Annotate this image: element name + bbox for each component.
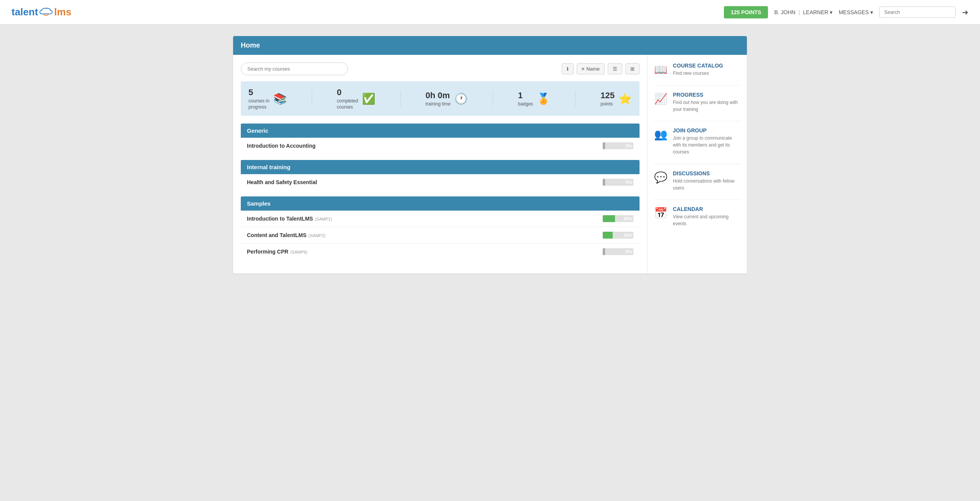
sidebar-item-desc-progress: Find out how you are doing with your tra… bbox=[673, 100, 738, 112]
stat-training-time-label: training time bbox=[426, 101, 451, 107]
sidebar-item-title-calendar: CALENDAR bbox=[673, 206, 741, 212]
sidebar-item-text-course-catalog: COURSE CATALOGFind new courses bbox=[673, 63, 723, 77]
list-view-button[interactable]: ☰ bbox=[608, 63, 622, 74]
stat-badges: 1 badges 🏅 bbox=[518, 91, 550, 107]
logo-cloud-icon bbox=[39, 7, 53, 16]
sidebar-item-course-catalog[interactable]: 📖COURSE CATALOGFind new courses bbox=[654, 63, 741, 77]
course-tag: (SAMP6) bbox=[290, 250, 307, 254]
stat-points: 125 points ⭐ bbox=[600, 91, 632, 107]
star-icon: ⭐ bbox=[618, 92, 632, 105]
progress-bar-fill bbox=[603, 179, 605, 186]
logo: talent lms bbox=[12, 6, 71, 18]
stat-training-time: 0h 0m training time 🕐 bbox=[426, 91, 468, 107]
sidebar-divider bbox=[654, 164, 741, 164]
sidebar-item-title-course-catalog: COURSE CATALOG bbox=[673, 63, 723, 69]
course-groups: GenericIntroduction to Accounting0%Inter… bbox=[241, 124, 640, 260]
checkmark-icon: ✅ bbox=[362, 92, 375, 105]
stat-courses-in-progress-text: 5 courses inprogress bbox=[248, 87, 270, 110]
progress-label: 40% bbox=[623, 216, 632, 221]
stat-divider-1 bbox=[312, 91, 312, 106]
sidebar-item-calendar[interactable]: 📅CALENDARView current and upcoming event… bbox=[654, 206, 741, 227]
main-content: ℹ ≡ Name ☰ ⊞ bbox=[233, 55, 647, 274]
progress-label: 0% bbox=[626, 249, 632, 254]
sidebar-item-text-progress: PROGRESSFind out how you are doing with … bbox=[673, 92, 741, 113]
sidebar-item-desc-join-group: Join a group to communicate with its mem… bbox=[673, 135, 732, 155]
course-row[interactable]: Health and Safety Essential0% bbox=[241, 174, 640, 190]
name-button[interactable]: ≡ Name bbox=[577, 63, 605, 74]
stat-points-number: 125 bbox=[600, 91, 615, 101]
search-input[interactable] bbox=[879, 7, 956, 18]
stat-points-text: 125 points bbox=[600, 91, 615, 107]
content-area: ℹ ≡ Name ☰ ⊞ bbox=[233, 55, 747, 274]
stat-training-time-number: 0h 0m bbox=[426, 91, 451, 101]
messages-dropdown-icon: ▾ bbox=[870, 9, 873, 15]
stat-divider-3 bbox=[493, 91, 493, 106]
stat-training-time-text: 0h 0m training time bbox=[426, 91, 451, 107]
discussions-icon: 💬 bbox=[654, 171, 668, 184]
group-header-2: Samples bbox=[241, 196, 640, 211]
sidebar-item-progress[interactable]: 📈PROGRESSFind out how you are doing with… bbox=[654, 92, 741, 113]
page-title: Home bbox=[241, 41, 260, 49]
user-separator: | bbox=[799, 9, 800, 15]
calendar-icon: 📅 bbox=[654, 207, 668, 219]
progress-cell: 40% bbox=[603, 215, 633, 222]
progress-bar-fill bbox=[603, 232, 613, 239]
course-row[interactable]: Content and TalentLMS(SAMP2)33% bbox=[241, 227, 640, 244]
stat-courses-in-progress-number: 5 bbox=[248, 87, 270, 97]
grid-view-button[interactable]: ⊞ bbox=[625, 63, 640, 74]
stat-divider-2 bbox=[400, 91, 401, 106]
view-controls: ℹ ≡ Name ☰ ⊞ bbox=[562, 63, 640, 74]
sidebar-item-desc-discussions: Hold conversations with fellow users bbox=[673, 178, 735, 191]
progress-label: 0% bbox=[626, 180, 632, 185]
logo-lms: lms bbox=[54, 6, 71, 18]
course-row[interactable]: Introduction to Accounting0% bbox=[241, 138, 640, 154]
logo-talent: talent bbox=[12, 6, 38, 18]
course-group-1: Internal trainingHealth and Safety Essen… bbox=[241, 160, 640, 190]
sidebar-divider bbox=[654, 199, 741, 200]
progress-bar-wrap: 0% bbox=[603, 142, 633, 149]
points-button[interactable]: 125 POINTS bbox=[724, 6, 768, 18]
name-label: Name bbox=[586, 66, 600, 72]
course-name: Content and TalentLMS(SAMP2) bbox=[247, 232, 326, 238]
course-group-2: SamplesIntroduction to TalentLMS(SAMP1)4… bbox=[241, 196, 640, 260]
info-button[interactable]: ℹ bbox=[562, 63, 574, 74]
sidebar-item-text-calendar: CALENDARView current and upcoming events bbox=[673, 206, 741, 227]
logout-icon[interactable]: ➜ bbox=[962, 8, 968, 17]
stat-badges-label: badges bbox=[518, 101, 533, 107]
messages-label: MESSAGES bbox=[839, 9, 869, 15]
progress-bar-wrap: 0% bbox=[603, 248, 633, 255]
progress-bar-fill bbox=[603, 215, 615, 222]
sidebar-item-discussions[interactable]: 💬DISCUSSIONSHold conversations with fell… bbox=[654, 170, 741, 191]
main-container: Home ℹ ≡ Name ☰ bbox=[222, 36, 758, 274]
course-tag: (SAMP2) bbox=[308, 233, 326, 238]
stat-badges-number: 1 bbox=[518, 91, 533, 101]
progress-cell: 0% bbox=[603, 179, 633, 186]
user-role: LEARNER bbox=[803, 9, 828, 15]
course-row[interactable]: Introduction to TalentLMS(SAMP1)40% bbox=[241, 211, 640, 227]
messages-button[interactable]: MESSAGES ▾ bbox=[839, 9, 873, 15]
course-row[interactable]: Performing CPR(SAMP6)0% bbox=[241, 244, 640, 260]
stat-courses-in-progress-label: courses inprogress bbox=[248, 98, 270, 110]
sidebar-item-join-group[interactable]: 👥JOIN GROUPJoin a group to communicate w… bbox=[654, 127, 741, 155]
course-name: Introduction to TalentLMS(SAMP1) bbox=[247, 216, 332, 222]
user-dropdown-icon: ▾ bbox=[830, 9, 832, 15]
sidebar-item-text-discussions: DISCUSSIONSHold conversations with fello… bbox=[673, 170, 741, 191]
course-tag: (SAMP1) bbox=[315, 217, 332, 221]
course-search-input[interactable] bbox=[241, 63, 348, 75]
user-name: B. JOHN bbox=[774, 9, 795, 15]
grid-icon: ⊞ bbox=[630, 66, 635, 72]
header: talent lms 125 POINTS B. JOHN | LEARNER … bbox=[0, 0, 980, 25]
progress-bar-wrap: 40% bbox=[603, 215, 633, 222]
book-icon: 📚 bbox=[273, 92, 287, 105]
sidebar-divider bbox=[654, 85, 741, 86]
sidebar-divider bbox=[654, 121, 741, 121]
sidebar-item-desc-course-catalog: Find new courses bbox=[673, 71, 709, 76]
user-info[interactable]: B. JOHN | LEARNER ▾ bbox=[774, 9, 832, 15]
stats-row: 5 courses inprogress 📚 0 completedcourse… bbox=[241, 81, 640, 116]
stat-courses-in-progress: 5 courses inprogress 📚 bbox=[248, 87, 287, 110]
stat-completed-courses: 0 completedcourses ✅ bbox=[337, 87, 375, 110]
stat-points-label: points bbox=[600, 101, 613, 107]
stat-completed-number: 0 bbox=[337, 87, 358, 97]
sidebar-items: 📖COURSE CATALOGFind new courses📈PROGRESS… bbox=[654, 63, 741, 227]
clock-icon: 🕐 bbox=[454, 92, 468, 105]
